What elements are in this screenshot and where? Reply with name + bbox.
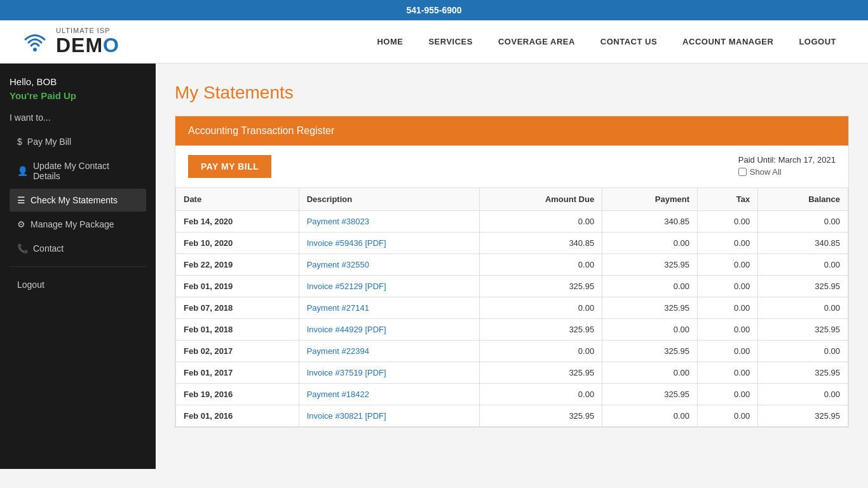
cell-balance: 0.00 (758, 211, 848, 233)
cell-tax: 0.00 (698, 319, 758, 341)
description-link[interactable]: Invoice #30821 [PDF] (307, 411, 386, 421)
table-row: Feb 14, 2020Payment #380230.00340.850.00… (176, 211, 848, 233)
col-description: Description (299, 188, 479, 211)
cell-balance: 325.95 (758, 362, 848, 384)
cell-tax: 0.00 (698, 211, 758, 233)
table-row: Feb 07, 2018Payment #271410.00325.950.00… (176, 297, 848, 319)
description-link[interactable]: Payment #18422 (307, 390, 369, 399)
description-link[interactable]: Invoice #37519 [PDF] (307, 368, 386, 377)
cell-description[interactable]: Invoice #59436 [PDF] (299, 233, 479, 254)
pay-bill-button[interactable]: PAY MY BILL (188, 155, 271, 178)
description-link[interactable]: Payment #22394 (307, 346, 369, 356)
cell-balance: 0.00 (758, 341, 848, 362)
table-body: Feb 14, 2020Payment #380230.00340.850.00… (176, 211, 848, 427)
cell-tax: 0.00 (698, 384, 758, 405)
cell-date: Feb 19, 2016 (176, 384, 299, 405)
cell-amount-due: 0.00 (479, 384, 602, 405)
cell-tax: 0.00 (698, 405, 758, 427)
col-amount-due: Amount Due (479, 188, 602, 211)
table-header: Date Description Amount Due Payment Tax … (176, 188, 848, 211)
sidebar-manage-label: Manage My Package (31, 219, 114, 229)
logo: ULTIMATE ISP DEMO (19, 27, 146, 57)
content-area: My Statements Accounting Transaction Reg… (156, 64, 868, 469)
sidebar-item-manage-package[interactable]: ⚙ Manage My Package (10, 213, 146, 236)
cell-tax: 0.00 (698, 276, 758, 297)
nav-services[interactable]: SERVICES (416, 30, 485, 53)
register-toolbar: PAY MY BILL Paid Until: March 17, 2021 S… (175, 146, 848, 187)
cell-description[interactable]: Invoice #52129 [PDF] (299, 276, 479, 297)
statements-table: Date Description Amount Due Payment Tax … (175, 187, 848, 427)
status-label: You're (10, 90, 38, 101)
logo-bottom-text: DEMO (56, 34, 119, 57)
statements-icon: ☰ (17, 195, 25, 205)
cell-date: Feb 01, 2018 (176, 319, 299, 341)
sidebar-item-contact[interactable]: 📞 Contact (10, 237, 146, 260)
cell-amount-due: 325.95 (479, 319, 602, 341)
col-tax: Tax (698, 188, 758, 211)
nav-contact-us[interactable]: CONTACT US (588, 30, 670, 53)
header: ULTIMATE ISP DEMO HOME SERVICES COVERAGE… (0, 20, 868, 64)
nav-account-manager[interactable]: ACCOUNT MANAGER (670, 30, 786, 53)
description-link[interactable]: Payment #38023 (307, 217, 369, 226)
cell-payment: 340.85 (602, 211, 698, 233)
sidebar-item-pay-my-bill[interactable]: $ Pay My Bill (10, 130, 146, 153)
cell-date: Feb 01, 2019 (176, 276, 299, 297)
description-link[interactable]: Payment #27141 (307, 303, 369, 313)
table-row: Feb 22, 2019Payment #325500.00325.950.00… (176, 254, 848, 276)
table-row: Feb 01, 2016Invoice #30821 [PDF]325.950.… (176, 405, 848, 427)
cell-date: Feb 10, 2020 (176, 233, 299, 254)
sidebar-update-label: Update My Contact Details (33, 161, 139, 181)
cell-amount-due: 325.95 (479, 405, 602, 427)
cell-payment: 0.00 (602, 276, 698, 297)
sidebar-divider (10, 266, 146, 267)
sidebar-item-update-contact[interactable]: 👤 Update My Contact Details (10, 154, 146, 187)
description-link[interactable]: Invoice #52129 [PDF] (307, 281, 386, 291)
cell-description[interactable]: Payment #27141 (299, 297, 479, 319)
cell-description[interactable]: Payment #18422 (299, 384, 479, 405)
status-value: Paid Up (41, 90, 76, 101)
page-title: My Statements (175, 83, 849, 103)
paid-until-text: Paid Until: March 17, 2021 (738, 155, 836, 165)
sidebar-statements-label: Check My Statements (31, 195, 118, 205)
cell-payment: 0.00 (602, 319, 698, 341)
cell-tax: 0.00 (698, 362, 758, 384)
show-all-area: Show All (738, 167, 836, 177)
nav-coverage-area[interactable]: COVERAGE AREA (485, 30, 588, 53)
cell-tax: 0.00 (698, 341, 758, 362)
register-header: Accounting Transaction Register (175, 116, 848, 146)
svg-point-0 (33, 48, 37, 51)
sidebar-logout[interactable]: Logout (10, 273, 146, 296)
show-all-checkbox[interactable] (738, 168, 747, 176)
cell-amount-due: 0.00 (479, 211, 602, 233)
sidebar-contact-label: Contact (33, 243, 64, 254)
cell-date: Feb 14, 2020 (176, 211, 299, 233)
col-payment: Payment (602, 188, 698, 211)
cell-description[interactable]: Invoice #30821 [PDF] (299, 405, 479, 427)
cell-description[interactable]: Payment #32550 (299, 254, 479, 276)
cell-balance: 340.85 (758, 233, 848, 254)
cell-balance: 0.00 (758, 384, 848, 405)
description-link[interactable]: Payment #32550 (307, 260, 369, 269)
cell-amount-due: 325.95 (479, 276, 602, 297)
show-all-label: Show All (750, 167, 782, 177)
cell-description[interactable]: Invoice #37519 [PDF] (299, 362, 479, 384)
description-link[interactable]: Invoice #44929 [PDF] (307, 325, 386, 334)
nav-home[interactable]: HOME (364, 30, 416, 53)
cell-amount-due: 340.85 (479, 233, 602, 254)
description-link[interactable]: Invoice #59436 [PDF] (307, 238, 386, 248)
cell-balance: 0.00 (758, 254, 848, 276)
main-layout: Hello, BOB You're Paid Up I want to... $… (0, 64, 868, 469)
main-nav: HOME SERVICES COVERAGE AREA CONTACT US A… (364, 30, 849, 53)
cell-description[interactable]: Invoice #44929 [PDF] (299, 319, 479, 341)
table-row: Feb 01, 2019Invoice #52129 [PDF]325.950.… (176, 276, 848, 297)
cell-description[interactable]: Payment #22394 (299, 341, 479, 362)
nav-logout[interactable]: LOGOUT (786, 30, 849, 53)
cell-date: Feb 01, 2017 (176, 362, 299, 384)
dollar-icon: $ (17, 137, 22, 147)
package-icon: ⚙ (17, 219, 25, 229)
cell-tax: 0.00 (698, 233, 758, 254)
cell-description[interactable]: Payment #38023 (299, 211, 479, 233)
cell-payment: 0.00 (602, 405, 698, 427)
sidebar-item-check-statements[interactable]: ☰ Check My Statements (10, 189, 146, 212)
col-balance: Balance (758, 188, 848, 211)
